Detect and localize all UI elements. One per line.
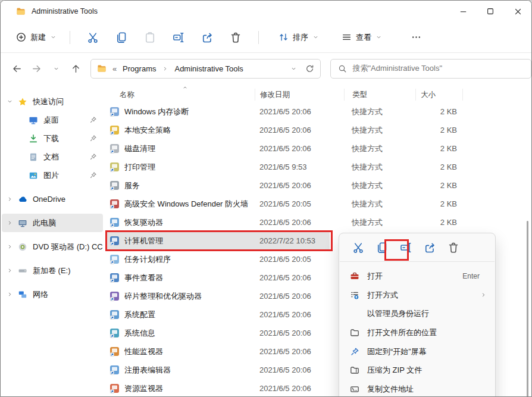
back-button[interactable]	[8, 60, 26, 77]
file-row-恢复驱动器[interactable]: 恢复驱动器2021/6/5 20:06快捷方式2 KB	[105, 213, 525, 232]
sidebar-item-此电脑[interactable]: 此电脑	[2, 214, 103, 232]
file-name-cell: Windows 内存诊断	[105, 107, 255, 117]
dvd-icon	[18, 242, 27, 252]
sidebar-item-下载[interactable]: 下载	[2, 129, 103, 148]
context-cut-button[interactable]	[346, 237, 370, 258]
chevron-right-icon[interactable]	[2, 243, 18, 250]
file-date: 2021/6/5 20:06	[255, 218, 344, 227]
rename-button[interactable]	[164, 27, 193, 48]
context-rename-button[interactable]	[394, 237, 418, 258]
window-title: Administrative Tools	[32, 7, 98, 15]
column-header-size[interactable]: 大小	[415, 89, 463, 101]
file-name: 任务计划程序	[124, 254, 171, 265]
sidebar-item-DVD-驱动器-(D:)-CC[interactable]: DVD 驱动器 (D:) CC	[2, 237, 103, 256]
recent-locations-button[interactable]	[48, 60, 65, 77]
file-date: 2021/6/5 20:06	[255, 107, 344, 116]
file-name: 打印管理	[124, 162, 155, 173]
navigation-bar: « Programs Administrative Tools 搜索"Admin…	[1, 53, 531, 84]
file-row-磁盘清理[interactable]: 磁盘清理2021/6/5 20:06快捷方式2 KB	[105, 139, 525, 158]
new-button[interactable]: 新建	[11, 29, 61, 46]
local-security-policy-icon	[109, 125, 120, 135]
sidebar-item-快速访问[interactable]: 快速访问	[2, 92, 103, 111]
title-bar: Administrative Tools	[1, 1, 531, 22]
file-size: 2 KB	[415, 199, 463, 208]
context-menu-item-打开文件所在的位置[interactable]: 打开文件所在的位置	[339, 323, 495, 342]
computer-management-icon	[109, 236, 120, 246]
pictures-icon	[29, 171, 38, 180]
sidebar-item-网络[interactable]: 网络	[2, 285, 103, 304]
context-menu-item-打开[interactable]: 打开Enter	[339, 267, 495, 286]
column-header-name[interactable]: 名称	[105, 90, 255, 100]
file-date: 2021/6/5 20:06	[255, 365, 344, 374]
pin-icon	[89, 116, 97, 124]
chevron-right-icon[interactable]	[2, 196, 18, 202]
file-name: 资源监视器	[124, 383, 163, 394]
context-menu-item-压缩为-ZIP-文件[interactable]: 压缩为 ZIP 文件	[339, 361, 495, 380]
chevron-right-icon[interactable]	[2, 291, 18, 298]
chevron-right-icon[interactable]	[2, 267, 18, 274]
chevron-down-icon	[312, 34, 319, 40]
sidebar-item-OneDrive[interactable]: OneDrive	[2, 190, 103, 208]
context-menu-item-打开方式[interactable]: 打开方式	[339, 286, 495, 305]
file-date: 2021/6/5 20:06	[255, 144, 344, 153]
file-name: 系统配置	[124, 310, 155, 320]
file-row-高级安全-Windows-Defender-防火墙[interactable]: 高级安全 Windows Defender 防火墙2021/6/5 20:05快…	[105, 195, 525, 213]
maximize-button[interactable]	[477, 1, 504, 22]
sort-button[interactable]: 排序	[275, 29, 323, 46]
up-button[interactable]	[67, 60, 85, 77]
cut-button[interactable]	[79, 27, 107, 48]
file-explorer-window: Administrative Tools 新建 排序 查看	[0, 0, 532, 397]
zip-icon	[348, 365, 362, 375]
breadcrumb-item-administrative-tools[interactable]: Administrative Tools	[174, 64, 243, 73]
refresh-button[interactable]	[305, 64, 314, 73]
sidebar-item-桌面[interactable]: 桌面	[2, 111, 103, 129]
file-name: 系统信息	[124, 328, 155, 339]
rename-icon	[400, 242, 412, 254]
file-type: 快捷方式	[344, 107, 415, 117]
column-header-type[interactable]: 类型	[344, 89, 415, 101]
context-copy-button[interactable]	[370, 237, 394, 258]
file-row-Windows-内存诊断[interactable]: Windows 内存诊断2021/6/5 20:06快捷方式2 KB	[105, 102, 525, 121]
address-bar[interactable]: « Programs Administrative Tools	[90, 59, 321, 79]
context-menu-item-以管理员身份运行[interactable]: 以管理员身份运行	[339, 304, 495, 323]
copy-button[interactable]	[107, 27, 136, 48]
forward-button[interactable]	[28, 60, 46, 77]
vertical-scrollbar[interactable]	[527, 221, 528, 397]
file-name-cell: 本地安全策略	[105, 125, 255, 136]
toolbar-divider	[258, 31, 259, 44]
file-size: 2 KB	[415, 218, 463, 227]
column-header-date[interactable]: 修改日期	[255, 89, 344, 101]
delete-button[interactable]	[221, 27, 250, 48]
defrag-icon	[109, 291, 120, 301]
more-options-button[interactable]	[402, 27, 430, 48]
close-button[interactable]	[504, 1, 531, 22]
share-button[interactable]	[193, 27, 221, 48]
context-share-button[interactable]	[418, 237, 442, 258]
copy-icon	[376, 242, 388, 254]
sidebar-item-新加卷-(E:)[interactable]: 新加卷 (E:)	[2, 261, 103, 280]
context-menu-item-固定到“开始”屏幕[interactable]: 固定到“开始”屏幕	[339, 342, 495, 361]
performance-monitor-icon	[109, 346, 120, 357]
file-type: 快捷方式	[344, 162, 415, 173]
minimize-button[interactable]	[449, 1, 477, 22]
context-delete-button[interactable]	[442, 237, 465, 258]
folder-location-icon	[348, 328, 362, 337]
chevron-right-icon[interactable]	[2, 220, 18, 226]
file-row-本地安全策略[interactable]: 本地安全策略2021/6/5 20:06快捷方式2 KB	[105, 121, 525, 139]
sidebar-item-文档[interactable]: 文档	[2, 148, 103, 166]
recovery-drive-icon	[109, 217, 120, 227]
view-button[interactable]: 查看	[338, 29, 386, 46]
sidebar-item-图片[interactable]: 图片	[2, 166, 103, 185]
sidebar-item-label: 图片	[43, 170, 59, 181]
address-dropdown-button[interactable]	[290, 65, 297, 72]
breadcrumb-item-programs[interactable]: Programs	[123, 64, 156, 73]
chevron-down-icon[interactable]	[2, 98, 18, 105]
file-row-打印管理[interactable]: 打印管理2021/6/5 9:53快捷方式2 KB	[105, 158, 525, 176]
file-name: 性能监视器	[124, 346, 163, 357]
search-box[interactable]: 搜索"Administrative Tools"	[330, 59, 531, 79]
file-date: 2021/6/5 20:06	[255, 347, 344, 356]
context-menu-item-复制文件地址[interactable]: 复制文件地址	[339, 380, 495, 397]
folder-icon	[16, 7, 26, 16]
breadcrumb-overflow[interactable]: «	[112, 64, 117, 73]
file-row-服务[interactable]: 服务2021/6/5 20:06快捷方式2 KB	[105, 176, 525, 195]
